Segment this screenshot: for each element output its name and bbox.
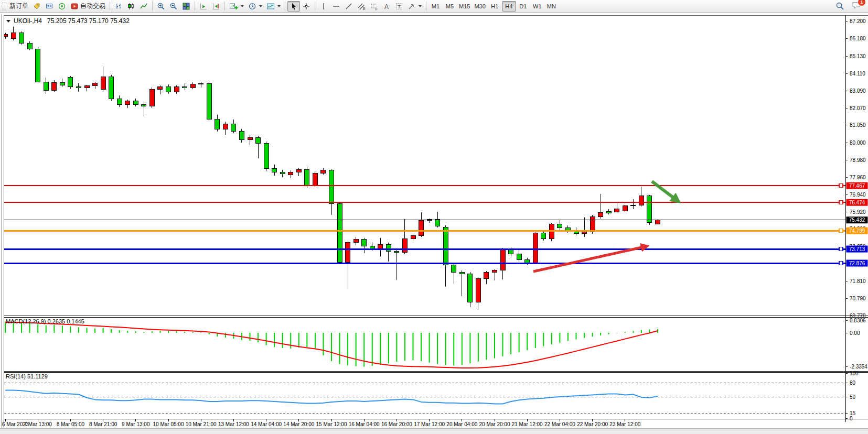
tile-windows-icon [182,2,190,10]
candle [492,270,497,273]
candle [598,212,603,216]
label-tool-button[interactable]: T [393,1,405,12]
timeframe-button-d1[interactable]: D1 [516,1,530,12]
rsi-pane[interactable]: 1008050150 [4,371,859,421]
candle [3,34,8,36]
timeframe-button-w1[interactable]: W1 [530,1,544,12]
svg-text:83.090: 83.090 [850,88,866,94]
svg-text:22 Mar 20:00: 22 Mar 20:00 [577,421,608,427]
green-down-arrow [652,181,678,201]
chart-canvas[interactable]: 87.20086.18085.13084.11083.09082.07081.0… [0,0,868,434]
timeframe-button-h1[interactable]: H1 [488,1,502,12]
fibonacci-icon: F [370,2,378,10]
svg-text:71.810: 71.810 [850,278,866,284]
crosshair-icon [302,2,310,10]
channel-tool-button[interactable]: E [355,1,368,12]
svg-text:23 Mar 12:00: 23 Mar 12:00 [609,421,640,427]
candle [656,220,660,224]
timeframe-button-m15[interactable]: M15 [457,1,472,12]
candle [452,265,456,273]
crosshair-tool-button[interactable] [300,1,313,12]
toolbar-separator [110,2,110,10]
market-watch-button[interactable] [30,1,43,12]
auto-trading-icon [70,2,79,10]
clock-icon [248,2,256,10]
trend-arrows[interactable] [533,181,678,272]
candle [623,206,627,211]
cursor-tool-button[interactable] [287,1,300,12]
period-selector-button[interactable] [246,1,264,12]
candle [280,172,285,173]
candle [36,49,40,82]
timeframe-button-mn[interactable]: MN [544,1,559,12]
vertical-line-tool-button[interactable] [317,1,330,12]
tile-windows-button[interactable] [180,1,192,12]
text-tool-button[interactable]: A [380,1,393,12]
auto-trading-button[interactable]: 自动交易 [68,1,108,12]
svg-text:0.00: 0.00 [850,330,860,336]
candle [362,240,367,246]
line-chart-type-button[interactable] [137,1,150,12]
svg-text:50: 50 [850,394,856,400]
timeframe-button-m1[interactable]: M1 [428,1,443,12]
zoom-in-icon [157,2,165,10]
signals-button[interactable] [56,1,68,12]
fibonacci-tool-button[interactable]: F [368,1,380,12]
horizontal-line-tool-button[interactable] [330,1,342,12]
svg-text:87.200: 87.200 [850,18,866,24]
timeframe-button-h4[interactable]: H4 [502,1,516,12]
price-axis[interactable]: 87.20086.18085.13084.11083.09082.07081.0… [845,18,866,318]
candle [166,87,171,92]
svg-text:77.467: 77.467 [849,183,865,189]
svg-text:9 Mar 13:00: 9 Mar 13:00 [122,421,150,427]
candle [484,273,489,279]
channel-icon: E [357,2,366,10]
search-button[interactable] [833,1,846,12]
candle [631,205,636,205]
time-axis[interactable]: 6 Mar 20237 Mar 13:008 Mar 05:008 Mar 21… [2,419,641,427]
auto-scroll-button[interactable] [197,1,210,12]
auto-trading-label: 自动交易 [80,2,105,10]
macd-pane[interactable]: 0.83060.00-2.3354 [5,318,867,370]
community-chat-button[interactable]: 1 [852,1,861,12]
template-icon [266,2,275,10]
candle [11,33,16,38]
zoom-out-button[interactable] [167,1,180,12]
candle [541,233,546,239]
price-tag-icon [33,2,41,10]
timeframe-button-m5[interactable]: M5 [443,1,457,12]
candle [76,87,81,88]
timeframe-button-m30[interactable]: M30 [472,1,487,12]
candlestick-type-button[interactable] [125,1,137,12]
candle [639,196,644,205]
candle [117,99,122,104]
candle [321,170,326,173]
candle [558,224,562,227]
bar-chart-type-button[interactable] [112,1,125,12]
svg-text:75.432: 75.432 [849,217,865,223]
candle [353,240,358,242]
chart-shift-button[interactable] [210,1,222,12]
svg-text:78.980: 78.980 [850,157,866,163]
symbol-collapse-icon[interactable] [6,20,10,23]
svg-text:85.130: 85.130 [850,53,866,59]
candle [435,220,440,226]
candle [468,274,473,302]
candle [149,89,154,106]
data-window-button[interactable] [43,1,56,12]
candle [248,137,252,140]
trendline-tool-button[interactable] [342,1,355,12]
svg-text:74.799: 74.799 [849,228,865,234]
candle [443,227,448,265]
candle [174,87,179,92]
svg-text:-2.3354: -2.3354 [850,364,867,370]
horizontal-lines[interactable] [4,184,845,265]
candle [549,224,554,239]
new-order-button[interactable]: 新订单 [7,1,30,12]
add-indicator-button[interactable] [227,1,246,12]
shapes-tool-button[interactable] [405,1,424,12]
candle [647,196,652,223]
template-button[interactable] [264,1,283,12]
candle [239,132,244,140]
zoom-in-button[interactable] [155,1,167,12]
